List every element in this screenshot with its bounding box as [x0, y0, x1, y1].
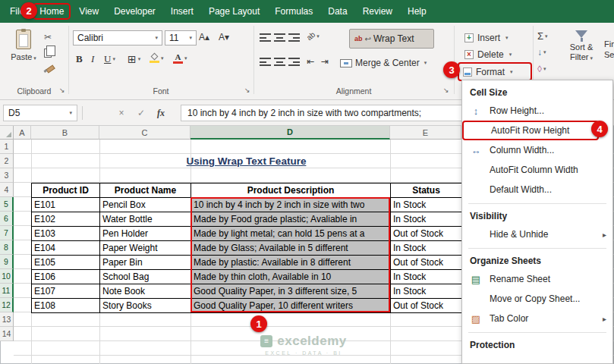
table-cell[interactable]: Out of Stock [391, 227, 462, 241]
format-painter-button[interactable] [44, 62, 54, 76]
menu-item-column-width[interactable]: ↔Column Width... [462, 140, 612, 160]
enter-button[interactable]: ✓ [134, 105, 149, 121]
align-bottom-button[interactable] [288, 33, 300, 42]
align-middle-button[interactable] [274, 33, 285, 42]
bold-button[interactable]: B [76, 53, 83, 65]
table-cell[interactable]: E101 [32, 198, 100, 212]
cancel-button[interactable]: × [114, 105, 129, 121]
font-size-combobox[interactable]: 11 ▾ [165, 30, 197, 46]
find-select-button[interactable]: Find & Select [604, 29, 614, 83]
table-cell[interactable]: E105 [32, 256, 100, 270]
underline-button[interactable]: U▾ [104, 53, 115, 65]
table-cell[interactable]: In Stock [391, 198, 462, 212]
table-header-cell[interactable]: Product Name [100, 184, 191, 198]
table-cell[interactable]: Out of Stock [391, 256, 462, 270]
tab-review[interactable]: Review [356, 3, 399, 20]
table-header-cell[interactable]: Status [391, 184, 462, 198]
align-right-button[interactable] [288, 58, 300, 66]
table-cell[interactable]: Pen Holder [100, 227, 191, 241]
menu-item-row-height[interactable]: ↕Row Height... [462, 101, 612, 121]
row-header-4[interactable]: 4 [0, 183, 14, 197]
menu-item-default-width[interactable]: Default Width... [462, 180, 612, 199]
table-cell[interactable]: In Stock [391, 284, 462, 299]
row-header-10[interactable]: 10 [0, 269, 14, 284]
table-cell[interactable]: Water Bottle [100, 212, 191, 227]
row-header-14[interactable]: 14 [0, 327, 14, 341]
decrease-font-size-button[interactable]: A▾ [219, 32, 229, 42]
clear-button[interactable]: ◊▾ [537, 64, 546, 74]
row-header-2[interactable]: 2 [0, 154, 14, 168]
tab-data[interactable]: Data [321, 3, 354, 20]
column-header-a[interactable]: A [14, 126, 31, 140]
tab-developer[interactable]: Developer [107, 3, 162, 20]
tab-page-layout[interactable]: Page Layout [202, 3, 266, 20]
table-cell[interactable]: In Stock [391, 241, 462, 256]
fill-button[interactable]: ↓▾ [537, 47, 546, 58]
font-color-button[interactable]: A ▾ [173, 53, 187, 64]
tab-view[interactable]: View [72, 3, 105, 20]
column-header-d[interactable]: D [190, 126, 390, 140]
row-header-8[interactable]: 8 [0, 240, 14, 255]
row-header-13[interactable]: 13 [0, 312, 14, 327]
row-header-5[interactable]: 5 [0, 197, 14, 212]
font-dialog-launcher[interactable]: ↘ [244, 86, 250, 94]
orientation-button[interactable]: ab▾ [307, 32, 320, 40]
merge-center-button[interactable]: Merge & Center ▾ [340, 55, 446, 71]
alignment-dialog-launcher[interactable]: ↘ [443, 86, 449, 94]
row-header-7[interactable]: 7 [0, 226, 14, 240]
format-button[interactable]: Format ▾ [458, 62, 532, 81]
sheet-title-cell[interactable]: Using Wrap Text Feature [31, 154, 461, 168]
table-cell[interactable]: School Bag [100, 270, 191, 284]
table-cell[interactable]: E106 [32, 270, 100, 284]
align-left-button[interactable] [260, 58, 271, 66]
table-header-cell[interactable]: Product ID [32, 184, 100, 198]
table-cell[interactable]: Out of Stock [391, 299, 462, 313]
table-cell[interactable]: In Stock [391, 270, 462, 284]
increase-indent-button[interactable]: ⇥ [321, 56, 329, 67]
autosum-button[interactable]: Σ▾ [537, 30, 548, 42]
sort-filter-button[interactable]: Sort & Filter▾ [560, 29, 603, 83]
align-center-button[interactable] [274, 58, 285, 66]
table-cell[interactable]: Pencil Box [100, 198, 191, 212]
paste-button[interactable]: Paste▾ [6, 27, 41, 80]
table-cell[interactable]: Paper Weight [100, 241, 191, 256]
table-header-cell[interactable]: Product Description [191, 184, 391, 198]
menu-item-autofit-row-height[interactable]: AutoFit Row Height [462, 121, 599, 140]
menu-item-hide-unhide[interactable]: Hide & Unhide▸ [462, 224, 612, 244]
menu-item-rename-sheet[interactable]: ▤Rename Sheet [462, 269, 612, 289]
tab-formulas[interactable]: Formulas [268, 3, 320, 20]
row-header-1[interactable]: 1 [0, 140, 14, 154]
table-cell[interactable]: E104 [32, 241, 100, 256]
table-cell[interactable]: In Stock [391, 212, 462, 227]
delete-button[interactable]: Delete ▾ [460, 47, 530, 62]
font-name-combobox[interactable]: Calibri ▾ [73, 30, 162, 46]
table-cell[interactable]: Paper Bin [100, 256, 191, 270]
increase-font-size-button[interactable]: A▴ [199, 32, 209, 42]
insert-function-button[interactable]: fx [153, 105, 168, 121]
italic-button[interactable]: I [91, 53, 94, 65]
table-cell[interactable]: E108 [32, 299, 100, 313]
copy-button[interactable] [44, 47, 52, 61]
select-all-corner[interactable] [0, 126, 14, 140]
wrap-text-button[interactable]: ab ↩ Wrap Text [349, 29, 434, 49]
row-header-6[interactable]: 6 [0, 212, 14, 226]
name-box[interactable]: D5 ▾ [3, 105, 77, 121]
row-header-3[interactable]: 3 [0, 168, 14, 183]
row-header-11[interactable]: 11 [0, 284, 14, 298]
menu-item-move-or-copy-sheet[interactable]: Move or Copy Sheet... [462, 289, 612, 309]
menu-item-tab-color[interactable]: ▨Tab Color▸ [462, 309, 612, 328]
table-cell[interactable]: Story Books [100, 299, 191, 313]
column-header-c[interactable]: C [99, 126, 190, 140]
insert-button[interactable]: Insert ▾ [460, 30, 530, 46]
borders-button[interactable]: ⊞▾ [128, 53, 140, 65]
table-cell[interactable]: E107 [32, 284, 100, 299]
table-cell[interactable]: E103 [32, 227, 100, 241]
tab-help[interactable]: Help [401, 3, 433, 20]
clipboard-dialog-launcher[interactable]: ↘ [59, 86, 65, 94]
align-top-button[interactable] [260, 33, 271, 42]
column-header-b[interactable]: B [31, 126, 99, 140]
cut-button[interactable]: ✂ [44, 32, 52, 42]
decrease-indent-button[interactable]: ⇤ [307, 56, 314, 67]
fill-color-button[interactable]: ▾ [150, 53, 164, 63]
menu-item-autofit-column-width[interactable]: AutoFit Column Width [462, 160, 612, 180]
